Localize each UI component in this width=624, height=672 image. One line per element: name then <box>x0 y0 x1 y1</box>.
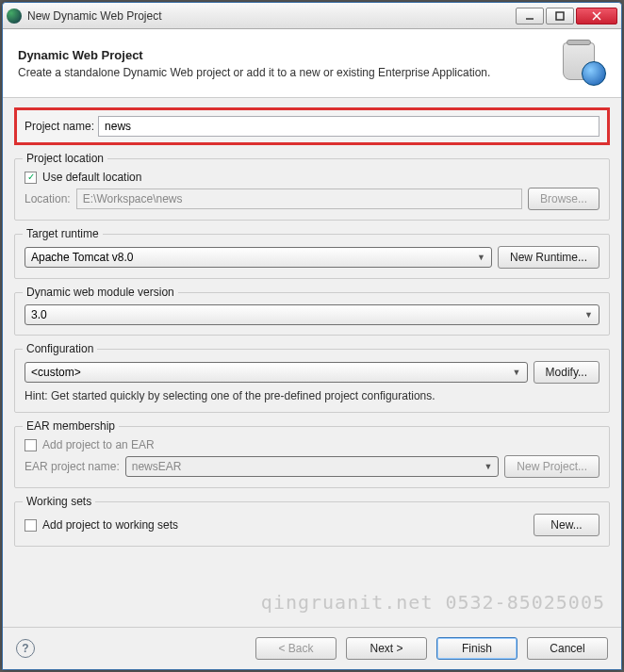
working-sets-group: Working sets Add project to working sets… <box>14 501 610 547</box>
dialog-footer: ? < Back Next > Finish Cancel <box>3 627 621 669</box>
back-button[interactable]: < Back <box>255 637 337 660</box>
globe-icon <box>582 61 606 86</box>
target-runtime-value: Apache Tomcat v8.0 <box>31 251 134 264</box>
chevron-down-icon: ▼ <box>513 368 521 377</box>
svg-rect-1 <box>556 12 564 20</box>
configuration-select[interactable]: <custom> ▼ <box>25 362 528 383</box>
use-default-location-label: Use default location <box>42 171 141 184</box>
finish-button[interactable]: Finish <box>436 637 517 660</box>
project-name-row: Project name: <box>14 107 610 145</box>
project-name-input[interactable] <box>98 116 599 137</box>
next-button[interactable]: Next > <box>346 637 427 660</box>
ear-membership-title: EAR membership <box>23 419 119 433</box>
configuration-group: Configuration <custom> ▼ Modify... Hint:… <box>14 349 610 413</box>
wizard-icon <box>561 41 606 86</box>
modify-button[interactable]: Modify... <box>534 361 599 384</box>
target-runtime-select[interactable]: Apache Tomcat v8.0 ▼ <box>25 247 492 268</box>
configuration-value: <custom> <box>31 366 81 379</box>
module-version-select[interactable]: 3.0 ▼ <box>25 304 599 325</box>
new-ear-project-button[interactable]: New Project... <box>504 455 599 478</box>
target-runtime-group: Target runtime Apache Tomcat v8.0 ▼ New … <box>14 234 610 279</box>
add-to-ear-label: Add project to an EAR <box>42 438 155 451</box>
ear-project-name-select: newsEAR ▼ <box>125 456 500 477</box>
configuration-title: Configuration <box>23 342 97 355</box>
new-working-set-button[interactable]: New... <box>534 514 599 536</box>
cancel-button[interactable]: Cancel <box>527 637 608 660</box>
chevron-down-icon: ▼ <box>484 462 492 471</box>
page-subtitle: Create a standalone Dynamic Web project … <box>18 66 561 79</box>
help-button[interactable]: ? <box>16 639 35 658</box>
page-title: Dynamic Web Project <box>18 48 561 62</box>
maximize-button[interactable] <box>546 8 574 25</box>
working-sets-title: Working sets <box>23 495 95 508</box>
titlebar[interactable]: New Dynamic Web Project <box>3 3 621 29</box>
chevron-down-icon: ▼ <box>584 310 593 320</box>
wizard-header: Dynamic Web Project Create a standalone … <box>3 29 621 98</box>
chevron-down-icon: ▼ <box>477 253 485 262</box>
new-runtime-button[interactable]: New Runtime... <box>498 246 599 269</box>
project-location-title: Project location <box>23 152 107 165</box>
module-version-value: 3.0 <box>31 308 47 321</box>
window-title: New Dynamic Web Project <box>27 9 516 23</box>
minimize-button[interactable] <box>516 8 544 25</box>
ear-project-name-label: EAR project name: <box>25 460 120 473</box>
ear-membership-group: EAR membership Add project to an EAR EAR… <box>14 426 610 488</box>
use-default-location-checkbox[interactable] <box>25 172 37 184</box>
configuration-hint: Hint: Get started quickly by selecting o… <box>25 389 599 402</box>
browse-button[interactable]: Browse... <box>528 188 599 210</box>
dialog-window: New Dynamic Web Project Dynamic Web Proj… <box>2 2 622 670</box>
ear-project-name-value: newsEAR <box>132 460 182 473</box>
project-location-group: Project location Use default location Lo… <box>14 158 610 221</box>
eclipse-icon <box>7 8 22 24</box>
add-to-working-sets-label: Add project to working sets <box>42 518 178 532</box>
project-name-label: Project name: <box>25 120 94 133</box>
add-to-working-sets-checkbox[interactable] <box>25 519 37 532</box>
target-runtime-title: Target runtime <box>23 227 103 240</box>
close-button[interactable] <box>576 8 617 25</box>
add-to-ear-checkbox[interactable] <box>25 439 37 451</box>
module-version-title: Dynamic web module version <box>23 286 178 299</box>
module-version-group: Dynamic web module version 3.0 ▼ <box>14 292 610 336</box>
location-label: Location: <box>25 192 71 205</box>
location-input <box>76 188 522 209</box>
